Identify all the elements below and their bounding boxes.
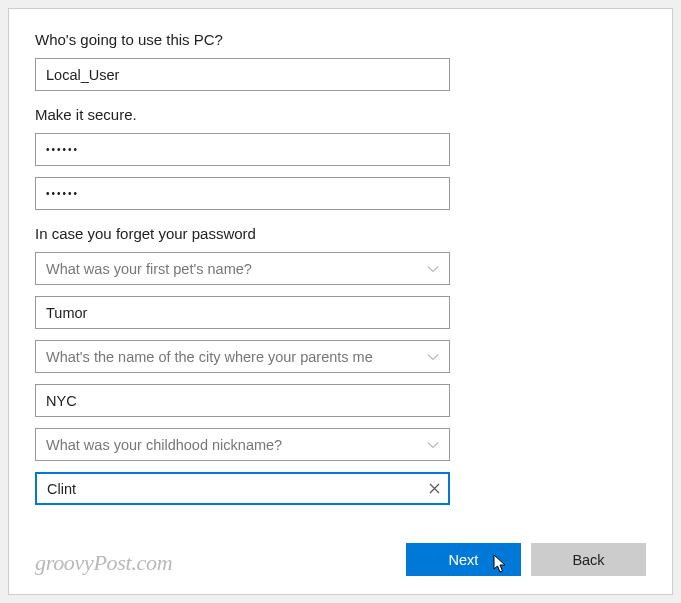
security-answer-2-input[interactable] — [35, 384, 450, 417]
close-icon — [429, 481, 440, 497]
button-row: Next Back — [406, 543, 646, 576]
security-question-3-text: What was your childhood nickname? — [46, 437, 421, 453]
security-question-2-text: What's the name of the city where your p… — [46, 349, 421, 365]
chevron-down-icon — [427, 351, 439, 363]
back-button[interactable]: Back — [531, 543, 646, 576]
clear-input-button[interactable] — [420, 474, 448, 503]
security-question-2-select[interactable]: What's the name of the city where your p… — [35, 340, 450, 373]
next-button[interactable]: Next — [406, 543, 521, 576]
security-answer-3-wrapper — [35, 472, 450, 505]
security-question-3-select[interactable]: What was your childhood nickname? — [35, 428, 450, 461]
label-forget: In case you forget your password — [35, 225, 646, 242]
security-question-1-text: What was your first pet's name? — [46, 261, 421, 277]
dialog-footer: groovyPost.com Next Back — [35, 543, 646, 576]
security-answer-3-input[interactable] — [37, 474, 420, 503]
password-input[interactable] — [35, 133, 450, 166]
label-who: Who's going to use this PC? — [35, 31, 646, 48]
security-question-1-select[interactable]: What was your first pet's name? — [35, 252, 450, 285]
setup-dialog: Who's going to use this PC? Make it secu… — [8, 8, 673, 595]
chevron-down-icon — [427, 439, 439, 451]
label-secure: Make it secure. — [35, 106, 646, 123]
chevron-down-icon — [427, 263, 439, 275]
username-input[interactable] — [35, 58, 450, 91]
security-answer-1-input[interactable] — [35, 296, 450, 329]
confirm-password-input[interactable] — [35, 177, 450, 210]
watermark-text: groovyPost.com — [35, 550, 172, 576]
